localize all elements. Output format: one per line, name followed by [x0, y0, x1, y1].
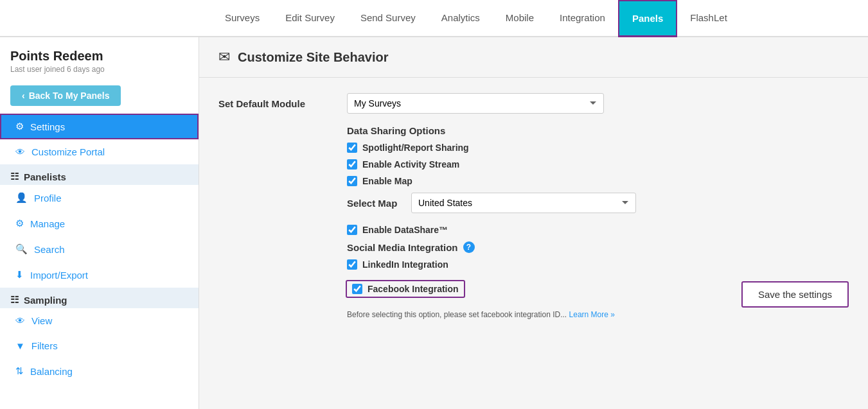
spotlight-checkbox[interactable]	[347, 143, 357, 153]
activity-stream-checkbox[interactable]	[347, 159, 357, 170]
app-title: Points Redeem	[10, 49, 188, 64]
sidebar: Points Redeem Last user joined 6 days ag…	[0, 37, 199, 409]
sidebar-item-search[interactable]: 🔍 Search	[0, 236, 199, 262]
search-icon: 🔍	[15, 243, 28, 255]
sidebar-item-profile[interactable]: 👤 Profile	[0, 185, 199, 211]
back-btn-label: Back To My Panels	[29, 91, 110, 101]
balancing-label: Balancing	[30, 366, 73, 377]
sidebar-item-settings[interactable]: ⚙ Settings	[0, 114, 199, 139]
customize-portal-label: Customize Portal	[31, 146, 105, 157]
gear-icon: ⚙	[15, 121, 24, 132]
data-sharing-title: Data Sharing Options	[347, 125, 849, 136]
sidebar-item-manage[interactable]: ⚙ Manage	[0, 211, 199, 236]
sidebar-item-filters[interactable]: ▼ Filters	[0, 333, 199, 358]
import-export-icon: ⬇	[15, 269, 24, 281]
enable-map-row: Enable Map	[347, 176, 849, 186]
select-map-label: Select Map	[347, 198, 411, 209]
balancing-icon: ⇅	[15, 365, 24, 377]
profile-label: Profile	[34, 193, 62, 204]
activity-stream-label: Enable Activity Stream	[362, 159, 459, 170]
view-icon: 👁	[15, 315, 25, 326]
content-body: Set Default Module My Surveys Data Shari…	[199, 78, 868, 335]
nav-analytics[interactable]: Analytics	[429, 1, 493, 37]
panelists-label: Panelists	[24, 171, 66, 182]
learn-more-link[interactable]: Learn More »	[569, 310, 615, 319]
sidebar-item-balancing[interactable]: ⇅ Balancing	[0, 358, 199, 384]
default-module-select[interactable]: My Surveys	[347, 93, 604, 114]
save-settings-button[interactable]: Save the settings	[741, 281, 849, 308]
linkedin-row: LinkedIn Integration	[347, 259, 849, 270]
import-export-label: Import/Export	[30, 270, 88, 281]
facebook-row: Facebook Integration	[346, 280, 465, 298]
sidebar-section-panelists: ☷ Panelists	[0, 164, 199, 185]
main-content: ✉ Customize Site Behavior Set Default Mo…	[199, 37, 868, 409]
back-arrow-icon: ‹	[22, 91, 25, 101]
activity-stream-row: Enable Activity Stream	[347, 159, 849, 170]
filters-label: Filters	[31, 340, 58, 351]
profile-icon: 👤	[15, 192, 28, 204]
grid-icon: ☷	[10, 171, 19, 182]
select-map-select[interactable]: United States	[411, 193, 636, 213]
sampling-label: Sampling	[24, 295, 67, 306]
nav-integration[interactable]: Integration	[547, 1, 618, 37]
app-subtitle: Last user joined 6 days ago	[10, 65, 188, 74]
envelope-icon: ✉	[218, 49, 230, 65]
top-nav: Surveys Edit Survey Send Survey Analytic…	[0, 0, 868, 37]
nav-flashlet[interactable]: FlashLet	[677, 1, 740, 37]
nav-mobile[interactable]: Mobile	[493, 1, 547, 37]
manage-icon: ⚙	[15, 218, 24, 229]
search-label: Search	[34, 244, 65, 255]
datashare-label: Enable DataShare™	[362, 225, 448, 235]
footer-note: Before selecting this option, please set…	[347, 310, 849, 319]
select-map-row: Select Map United States	[347, 193, 849, 213]
facebook-checkbox[interactable]	[352, 284, 362, 294]
datashare-row: Enable DataShare™	[347, 225, 849, 235]
linkedin-checkbox[interactable]	[347, 259, 357, 270]
page-title: Customize Site Behavior	[238, 50, 389, 65]
help-icon[interactable]: ?	[463, 241, 475, 253]
save-btn-area: Save the settings	[741, 281, 849, 308]
manage-label: Manage	[30, 218, 65, 229]
spotlight-label: Spotlight/Report Sharing	[362, 143, 469, 153]
social-media-title-row: Social Media Integration ?	[347, 241, 849, 253]
nav-edit-survey[interactable]: Edit Survey	[272, 1, 348, 37]
content-header: ✉ Customize Site Behavior	[199, 37, 868, 78]
sidebar-section-sampling: ☷ Sampling	[0, 288, 199, 308]
enable-map-label: Enable Map	[362, 176, 412, 186]
back-to-panels-button[interactable]: ‹ Back To My Panels	[10, 85, 121, 106]
enable-map-checkbox[interactable]	[347, 176, 357, 186]
spotlight-row: Spotlight/Report Sharing	[347, 143, 849, 153]
nav-send-survey[interactable]: Send Survey	[348, 1, 429, 37]
footer-note-text: Before selecting this option, please set…	[347, 310, 567, 319]
default-module-label: Set Default Module	[218, 98, 347, 109]
linkedin-label: LinkedIn Integration	[362, 259, 448, 270]
sidebar-header: Points Redeem Last user joined 6 days ag…	[0, 37, 199, 79]
datashare-checkbox[interactable]	[347, 225, 357, 235]
default-module-row: Set Default Module My Surveys	[218, 93, 849, 114]
main-layout: Points Redeem Last user joined 6 days ag…	[0, 37, 868, 409]
sidebar-item-customize-portal[interactable]: 👁 Customize Portal	[0, 139, 199, 164]
sidebar-item-view[interactable]: 👁 View	[0, 308, 199, 333]
facebook-label: Facebook Integration	[368, 284, 459, 294]
settings-label: Settings	[30, 121, 65, 132]
view-label: View	[31, 315, 52, 326]
filter-icon: ▼	[15, 340, 25, 351]
eye-icon: 👁	[15, 146, 25, 157]
sidebar-item-import-export[interactable]: ⬇ Import/Export	[0, 262, 199, 288]
nav-panels[interactable]: Panels	[618, 0, 677, 37]
social-media-title: Social Media Integration	[347, 242, 458, 253]
nav-surveys[interactable]: Surveys	[212, 1, 272, 37]
sampling-grid-icon: ☷	[10, 294, 19, 306]
